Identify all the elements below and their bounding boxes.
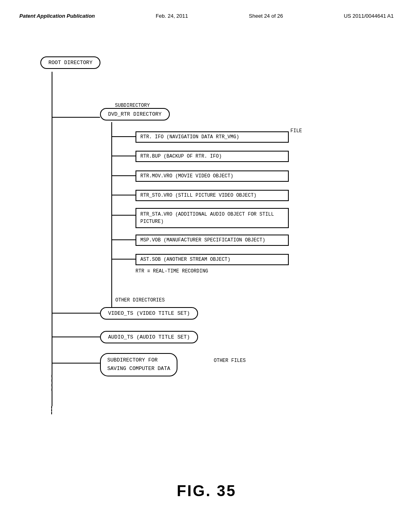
h-line-subdir: [52, 363, 100, 364]
root-directory-node: ROOT DIRECTORY: [40, 56, 100, 69]
video-ts-node: VIDEO_TS (VIDEO TITLE SET): [100, 307, 198, 320]
subdirectory-label: SUBDIRECTORY: [115, 103, 150, 108]
dvd-rtr-node: DVD_RTR DIRECTORY: [100, 108, 170, 121]
rtr-note: RTR ≡ REAL-TIME RECORDING: [136, 268, 208, 274]
h-line-dvd: [52, 117, 100, 118]
h-line-file1: [111, 136, 136, 137]
audio-ts-node: AUDIO_TS (AUDIO TITLE SET): [100, 331, 198, 343]
figure-caption: FIG. 35: [0, 482, 413, 500]
file-node-5: RTR_STA.VRO (ADDITIONAL AUDIO OBJECT FOR…: [136, 208, 289, 228]
file-node-4: RTR_STO.VRO (STILL PICTURE VIDEO OBJECT): [136, 190, 289, 201]
file-node-3: RTR.MOV.VRO (MOVIE VIDEO OBJECT): [136, 170, 289, 182]
file-node-6: MSP.VOB (MANUFACTURER SPECIFICATION OBJE…: [136, 235, 289, 246]
header-patent: US 2011/0044641 A1: [344, 13, 394, 19]
page-header: Patent Application Publication Feb. 24, …: [0, 0, 413, 19]
h-line-file4: [111, 195, 136, 195]
header-left: Patent Application Publication: [19, 13, 95, 19]
file-node-2: RTR.BUP (BACKUP OF RTR. IFO): [136, 151, 289, 162]
other-directories-label: OTHER DIRECTORIES: [115, 297, 165, 303]
v-line-files: [111, 122, 112, 320]
header-center: Feb. 24, 2011: [156, 13, 188, 19]
file-node-7: AST.SOB (ANOTHER STREAM OBJECT): [136, 254, 289, 265]
h-line-file2: [111, 156, 136, 156]
file-node-1: RTR. IFO (NAVIGATION DATA RTR_VMG): [136, 131, 289, 143]
trunk-line: [52, 72, 52, 406]
other-files-label: OTHER FILES: [214, 358, 246, 364]
trunk-line-dashed-bottom: [51, 375, 52, 391]
h-line-file6: [111, 239, 136, 240]
header-sheet: Sheet 24 of 26: [249, 13, 283, 19]
subdir-computer-node: SUBDIRECTORY FORSAVING COMPUTER DATA: [100, 353, 177, 376]
h-line-file5: [111, 215, 136, 216]
h-line-file3: [111, 175, 136, 176]
file-label: FILE: [290, 128, 302, 134]
trunk-dashed: [51, 406, 52, 414]
h-line-file7: [111, 259, 136, 260]
h-line-audio-ts: [52, 337, 100, 337]
h-line-video-ts: [52, 313, 100, 314]
